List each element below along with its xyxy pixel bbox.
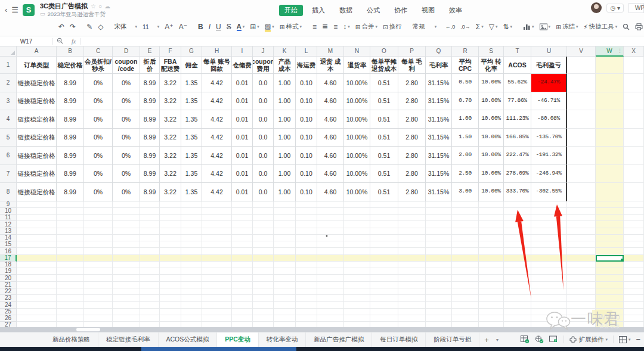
cell-S15[interactable]: [479, 241, 504, 248]
history-button[interactable]: ◷ ▾: [606, 4, 624, 13]
cell-H27[interactable]: [202, 322, 232, 327]
cell-X16[interactable]: [624, 248, 644, 254]
cell-C13[interactable]: [84, 228, 113, 235]
cell-P5[interactable]: 2.80: [398, 129, 426, 147]
cell-R27[interactable]: [452, 322, 479, 327]
cell-E21[interactable]: [140, 282, 160, 288]
cell-P21[interactable]: [398, 282, 426, 288]
cell-P1[interactable]: 每单 毛利: [398, 57, 426, 74]
cell-Q1[interactable]: 毛利率: [426, 57, 452, 74]
cell-M21[interactable]: [317, 282, 344, 288]
cell-F7[interactable]: 3.22: [160, 165, 181, 184]
cell-W13[interactable]: [596, 228, 624, 235]
cell-K7[interactable]: 1.00: [274, 165, 296, 184]
cell-I6[interactable]: 0.01: [232, 147, 253, 165]
cell-C1[interactable]: 会员折扣/秒杀: [84, 57, 113, 74]
row-header-20[interactable]: 20: [0, 275, 17, 281]
cell-W1[interactable]: [596, 57, 624, 74]
cell-M25[interactable]: [317, 309, 344, 315]
cell-S24[interactable]: [479, 302, 504, 308]
cell-I23[interactable]: [232, 295, 253, 302]
cell-I19[interactable]: [232, 268, 253, 275]
cell-T12[interactable]: [504, 221, 531, 228]
cell-D14[interactable]: [113, 235, 140, 241]
cell-A7[interactable]: 链接稳定价格: [17, 165, 57, 184]
cell-R18[interactable]: [452, 262, 479, 268]
cell-M2[interactable]: 4.60: [317, 74, 344, 92]
cell-I2[interactable]: 0.01: [232, 74, 253, 92]
cell-D16[interactable]: [113, 248, 140, 254]
cell-L8[interactable]: 0.10: [296, 183, 317, 201]
cell-W12[interactable]: [596, 221, 624, 228]
cell-B27[interactable]: [57, 322, 84, 327]
cell-G14[interactable]: [181, 235, 202, 241]
cell-C16[interactable]: [84, 248, 113, 254]
sheet-list-dropdown[interactable]: ▾: [494, 333, 501, 347]
cell-J26[interactable]: [253, 315, 274, 322]
row-header-24[interactable]: 24: [0, 302, 17, 308]
cell-Q16[interactable]: [426, 248, 452, 254]
cell-N22[interactable]: [344, 288, 370, 295]
format-painter-button[interactable]: ✎: [86, 23, 92, 31]
cell-W23[interactable]: [596, 295, 624, 302]
cell-J4[interactable]: 0.0: [253, 110, 274, 129]
cell-S10[interactable]: [479, 208, 504, 215]
cell-K23[interactable]: [274, 295, 296, 302]
cell-H10[interactable]: [202, 208, 232, 215]
row-header-25[interactable]: 25: [0, 309, 17, 315]
cell-J22[interactable]: [253, 288, 274, 295]
cell-Q17[interactable]: [426, 255, 452, 262]
cell-K19[interactable]: [274, 268, 296, 275]
cell-W17[interactable]: [596, 255, 624, 262]
autosum-button[interactable]: Σ▾: [476, 23, 484, 31]
cell-F17[interactable]: [160, 255, 181, 262]
cell-R16[interactable]: [452, 248, 479, 254]
cell-V15[interactable]: [567, 241, 596, 248]
cell-X14[interactable]: [624, 235, 644, 241]
merge-cells-button[interactable]: ⊞合并▾: [355, 23, 377, 31]
cell-M7[interactable]: 4.60: [317, 165, 344, 184]
cell-N24[interactable]: [344, 302, 370, 308]
cell-U25[interactable]: [531, 309, 567, 315]
cell-P20[interactable]: [398, 275, 426, 281]
col-header-T[interactable]: T: [504, 46, 531, 57]
cell-Q26[interactable]: [426, 315, 452, 322]
cell-O20[interactable]: [370, 275, 398, 281]
cell-S8[interactable]: 10.00%: [479, 183, 504, 201]
cell-M12[interactable]: [317, 221, 344, 228]
cell-P9[interactable]: [398, 201, 426, 208]
cell-A25[interactable]: [17, 309, 57, 315]
cell-K17[interactable]: [274, 255, 296, 262]
cell-X4[interactable]: [624, 110, 644, 129]
cell-W19[interactable]: [596, 268, 624, 275]
zoom-selection-icon[interactable]: [57, 38, 63, 45]
cell-K1[interactable]: 产品 成本: [274, 57, 296, 74]
cell-K21[interactable]: [274, 282, 296, 288]
cell-T9[interactable]: [504, 201, 531, 208]
cell-S11[interactable]: [479, 215, 504, 221]
cell-O18[interactable]: [370, 262, 398, 268]
cell-K14[interactable]: [274, 235, 296, 241]
cell-Q8[interactable]: 31.15%: [426, 183, 452, 201]
cell-S16[interactable]: [479, 248, 504, 254]
cell-M14[interactable]: [317, 235, 344, 241]
cell-N8[interactable]: 10.00%: [344, 183, 370, 201]
cell-R14[interactable]: [452, 235, 479, 241]
cell-E23[interactable]: [140, 295, 160, 302]
cell-T8[interactable]: 333.70%: [504, 183, 531, 201]
col-header-G[interactable]: G: [181, 46, 202, 57]
cell-L18[interactable]: [296, 262, 317, 268]
cell-U6[interactable]: -191.32%: [531, 147, 567, 165]
cell-R25[interactable]: [452, 309, 479, 315]
row-header-13[interactable]: 13: [0, 228, 17, 235]
cell-I5[interactable]: 0.01: [232, 129, 253, 147]
cell-R23[interactable]: [452, 295, 479, 302]
cell-W24[interactable]: [596, 302, 624, 308]
cell-X27[interactable]: [624, 322, 644, 327]
cell-I10[interactable]: [232, 208, 253, 215]
cell-H1[interactable]: 每单 账号回款: [202, 57, 232, 74]
cell-V4[interactable]: [567, 110, 596, 129]
cell-J20[interactable]: [253, 275, 274, 281]
cell-A14[interactable]: [17, 235, 57, 241]
cell-J6[interactable]: 0.0: [253, 147, 274, 165]
